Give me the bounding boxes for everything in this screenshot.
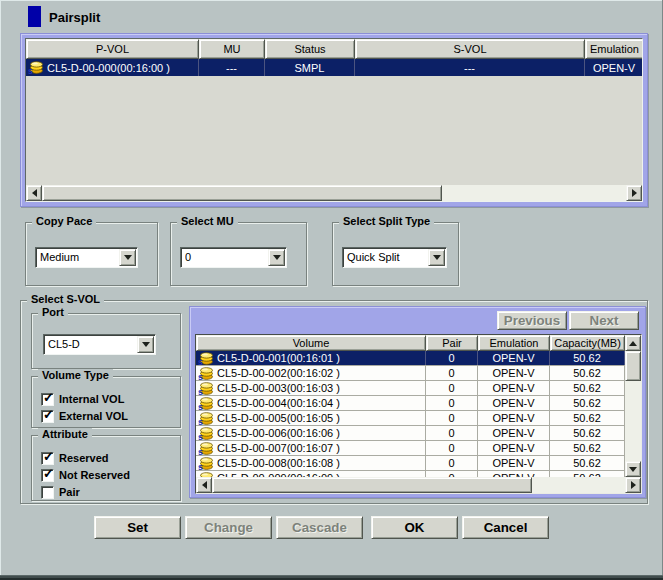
svg-text:s: s [198, 447, 203, 455]
checkbox-external-vol[interactable]: ✓ [41, 410, 54, 423]
svg-text:s: s [28, 66, 33, 74]
checkbox-reserved[interactable]: ✓ [41, 452, 54, 465]
svol-cell-open-v: OPEN-V [478, 366, 550, 380]
cancel-button[interactable]: Cancel [462, 516, 549, 539]
checkmark-icon: ✓ [43, 408, 54, 422]
volume-name: CL5-D-00-006(00:16:06 ) [217, 427, 340, 439]
scroll-right-button[interactable] [625, 477, 641, 493]
svol-table-row[interactable]: sCL5-D-00-002(00:16:02 )0OPEN-V50.62 [196, 366, 641, 381]
scroll-right-button[interactable] [626, 185, 642, 201]
pvol-column-header-p-vol: P-VOL [26, 39, 199, 59]
attribute-option-reserved[interactable]: ✓Reserved [41, 451, 109, 465]
volume-name: CL5-D-00-007(00:16:07 ) [217, 442, 340, 454]
volume-type-option-external-vol[interactable]: ✓External VOL [41, 409, 128, 423]
svol-cell-cl5-d-00-002-00-16-02: sCL5-D-00-002(00:16:02 ) [196, 366, 426, 380]
select-mu-select[interactable]: 0 [180, 247, 287, 268]
pvol-column-header-status: Status [265, 39, 355, 59]
svol-cell-0: 0 [426, 456, 478, 470]
split-type-dropdown-button[interactable] [428, 249, 445, 266]
svol-cell-0: 0 [426, 396, 478, 410]
svol-cell-open-v: OPEN-V [478, 396, 550, 410]
svol-table-row[interactable]: sCL5-D-00-001(00:16:01 )0OPEN-V50.62 [196, 351, 641, 366]
pvol-table-row[interactable]: sCL5-D-00-000(00:16:00 )---SMPL---OPEN-V [26, 59, 642, 76]
select-mu-label: Select MU [177, 215, 238, 227]
checkbox-not-reserved[interactable]: ✓ [41, 469, 54, 482]
disk-stack-s-icon: s [198, 382, 214, 395]
pvol-cell-: --- [355, 59, 585, 76]
svol-cell-open-v: OPEN-V [478, 456, 550, 470]
svol-table-row[interactable]: sCL5-D-00-005(00:16:05 )0OPEN-V50.62 [196, 411, 641, 426]
set-button[interactable]: Set [94, 516, 181, 539]
svol-column-header-pair: Pair [426, 335, 478, 351]
svol-table-row[interactable]: sCL5-D-00-004(00:16:04 )0OPEN-V50.62 [196, 396, 641, 411]
copy-pace-group: Copy Pace Medium [25, 222, 158, 286]
copy-pace-select[interactable]: Medium [35, 247, 138, 268]
svol-cell-open-v: OPEN-V [478, 426, 550, 440]
pvol-cell-open-v: OPEN-V [585, 59, 643, 76]
svol-cell-cl5-d-00-005-00-16-05: sCL5-D-00-005(00:16:05 ) [196, 411, 426, 425]
svol-cell-50-62: 50.62 [550, 411, 625, 425]
scroll-left-button[interactable] [26, 185, 42, 201]
volume-type-label: Volume Type [38, 369, 113, 381]
svol-cell-50-62: 50.62 [550, 381, 625, 395]
volume-name: CL5-D-00-002(00:16:02 ) [217, 367, 340, 379]
volume-type-option-internal-vol[interactable]: ✓Internal VOL [41, 392, 124, 406]
svol-table-row[interactable]: sCL5-D-00-006(00:16:06 )0OPEN-V50.62 [196, 426, 641, 441]
split-type-select[interactable]: Quick Split [342, 247, 447, 268]
port-dropdown-button[interactable] [137, 336, 154, 353]
svol-table-row[interactable]: sCL5-D-00-008(00:16:08 )0OPEN-V50.62 [196, 456, 641, 471]
volume-name: CL5-D-00-008(00:16:08 ) [217, 457, 340, 469]
port-select[interactable]: CL5-D [43, 334, 156, 355]
ok-button[interactable]: OK [371, 516, 458, 539]
attribute-option-pair[interactable]: Pair [41, 485, 80, 499]
checkbox-internal-vol[interactable]: ✓ [41, 393, 54, 406]
svol-cell-cl5-d-00-001-00-16-01: sCL5-D-00-001(00:16:01 ) [196, 351, 426, 365]
pvol-cell-cl5-d-00-000-00-16-00: sCL5-D-00-000(00:16:00 ) [26, 59, 199, 76]
cascade-button: Cascade [276, 516, 363, 539]
scroll-down-button[interactable] [625, 461, 641, 477]
chevron-down-icon [142, 342, 150, 347]
vertical-scroll-thumb[interactable] [625, 351, 641, 381]
checkbox-pair[interactable] [41, 486, 54, 499]
svol-cell-cl5-d-00-006-00-16-06: sCL5-D-00-006(00:16:06 ) [196, 426, 426, 440]
svol-cell-cl5-d-00-008-00-16-08: sCL5-D-00-008(00:16:08 ) [196, 456, 426, 470]
select-mu-group: Select MU 0 [170, 222, 307, 286]
svol-table-row[interactable]: sCL5-D-00-003(00:16:03 )0OPEN-V50.62 [196, 381, 641, 396]
arrow-right-icon [632, 189, 637, 197]
svol-cell-open-v: OPEN-V [478, 381, 550, 395]
svol-cell-0: 0 [426, 366, 478, 380]
svol-cell-0: 0 [426, 426, 478, 440]
attribute-group: Attribute ✓Reserved✓Not ReservedPair [31, 435, 181, 501]
svol-cell-cl5-d-00-004-00-16-04: sCL5-D-00-004(00:16:04 ) [196, 396, 426, 410]
svol-column-header-emulation: Emulation [478, 335, 550, 351]
svg-text:s: s [198, 372, 203, 380]
pvol-column-header-s-vol: S-VOL [355, 39, 585, 59]
svg-text:s: s [198, 432, 203, 440]
svol-cell-50-62: 50.62 [550, 351, 625, 365]
svol-cell-50-62: 50.62 [550, 366, 625, 380]
pvol-table-header-row: P-VOLMUStatusS-VOLEmulation [26, 39, 642, 59]
pairsplit-dialog: Pairsplit P-VOLMUStatusS-VOLEmulation sC… [0, 0, 663, 580]
select-mu-dropdown-button[interactable] [268, 249, 285, 266]
window-bottom-edge [0, 575, 663, 580]
attribute-option-not-reserved[interactable]: ✓Not Reserved [41, 468, 130, 482]
svol-cell-0: 0 [426, 411, 478, 425]
chevron-down-icon [433, 255, 441, 260]
horizontal-scroll-thumb[interactable] [212, 477, 532, 493]
pvol-horizontal-scrollbar[interactable] [26, 185, 642, 201]
scroll-up-button[interactable] [625, 335, 641, 351]
port-group: Port CL5-D [31, 313, 181, 369]
svol-cell-open-v: OPEN-V [478, 351, 550, 365]
svg-text:s: s [198, 462, 203, 470]
copy-pace-dropdown-button[interactable] [119, 249, 136, 266]
checkmark-icon: ✓ [43, 450, 54, 464]
horizontal-scroll-thumb[interactable] [42, 185, 442, 201]
svol-table-row[interactable]: sCL5-D-00-007(00:16:07 )0OPEN-V50.62 [196, 441, 641, 456]
disk-stack-s-icon: s [198, 367, 214, 380]
pvol-column-header-mu: MU [199, 39, 265, 59]
checkbox-label-internal-vol: Internal VOL [59, 393, 124, 405]
svol-vertical-scrollbar[interactable] [625, 335, 641, 477]
scroll-left-button[interactable] [196, 477, 212, 493]
svol-horizontal-scrollbar[interactable] [196, 477, 641, 493]
svol-cell-open-v: OPEN-V [478, 411, 550, 425]
